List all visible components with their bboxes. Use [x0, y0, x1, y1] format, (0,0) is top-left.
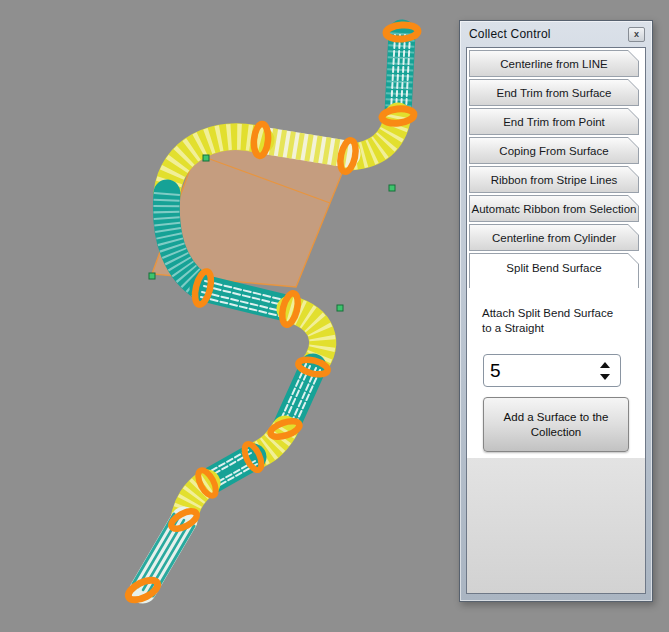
panel-footer-area — [467, 458, 645, 593]
tab-end-trim-from-point[interactable]: End Trim from Point — [469, 108, 639, 135]
tab-centerline-from-cylinder[interactable]: Centerline from Cylinder — [469, 224, 639, 251]
app-root: { "window": { "title": "Collect Control"… — [0, 0, 669, 632]
tab-centerline-from-line[interactable]: Centerline from LINE — [469, 50, 639, 77]
control-point[interactable] — [389, 185, 395, 191]
command-tab-list: Centerline from LINE End Trim from Surfa… — [469, 50, 639, 290]
control-point[interactable] — [203, 155, 209, 161]
add-surface-button[interactable]: Add a Surface to the Collection — [483, 397, 629, 452]
attach-surface-label: Attach Split Bend Surface to a Straight — [482, 306, 613, 336]
panel-content: Centerline from LINE End Trim from Surfa… — [466, 47, 646, 594]
tab-automatic-ribbon-from-selection[interactable]: Automatc Ribbon from Selection — [469, 195, 639, 222]
tab-coping-from-surface[interactable]: Coping From Surface — [469, 137, 639, 164]
window-title: Collect Control — [465, 27, 628, 41]
spinner-up-button[interactable] — [600, 362, 610, 368]
tab-split-bend-surface[interactable]: Split Bend Surface — [469, 253, 639, 288]
pipe[interactable] — [133, 33, 410, 596]
tab-ribbon-from-stripe-lines[interactable]: Ribbon from Stripe Lines — [469, 166, 639, 193]
window-titlebar[interactable]: Collect Control x — [465, 23, 647, 45]
control-point[interactable] — [337, 305, 343, 311]
straight-count-input[interactable] — [490, 357, 585, 384]
close-icon: x — [634, 29, 639, 39]
spinner-arrows — [600, 355, 610, 386]
tab-end-trim-from-surface[interactable]: End Trim from Surface — [469, 79, 639, 106]
collect-control-window: Collect Control x Centerline from LINE E… — [459, 20, 653, 602]
control-point[interactable] — [149, 273, 155, 279]
straight-count-spinner — [483, 354, 621, 387]
spinner-down-button[interactable] — [600, 374, 610, 380]
pipe-straight-segment[interactable] — [391, 33, 410, 113]
close-button[interactable]: x — [628, 27, 645, 42]
